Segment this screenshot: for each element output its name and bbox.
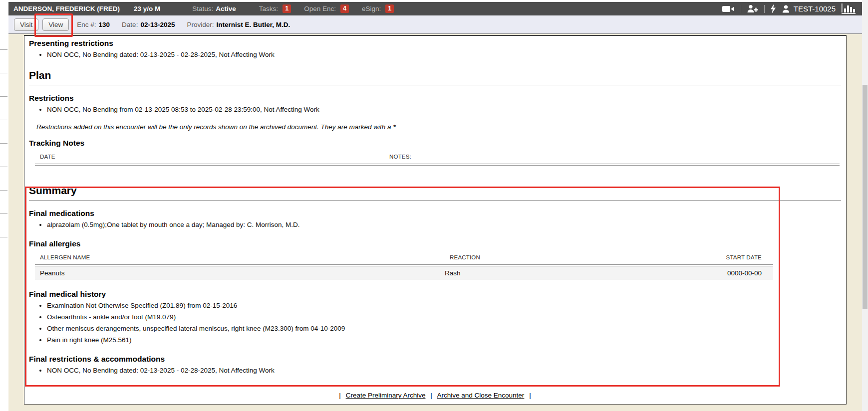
tasks-count-badge[interactable]: 1 <box>283 4 291 13</box>
document-workspace: Presenting restrictions NON OCC, No Bend… <box>8 34 863 411</box>
enc-number-value: 130 <box>99 21 110 28</box>
final-restrictions-list: NON OCC, No Bending dated: 02-13-2025 - … <box>29 365 841 376</box>
open-enc-count-badge[interactable]: 4 <box>340 4 349 13</box>
left-rail-divider <box>0 213 7 214</box>
separator: | <box>529 392 531 399</box>
column-header-allergen-name: ALLERGEN NAME <box>40 254 90 260</box>
reaction-cell: Rash <box>445 269 673 277</box>
esign-count-badge[interactable]: 1 <box>385 4 394 13</box>
left-rail-divider <box>0 49 7 50</box>
tasks-label: Tasks: <box>259 5 278 12</box>
left-rail-divider <box>0 167 7 167</box>
tracking-notes-table: DATE NOTES: <box>35 151 840 166</box>
patient-name: ANDERSON, FREDERICK (FRED) <box>13 5 120 12</box>
restrictions-note: Restrictions added on this encounter wil… <box>36 122 841 132</box>
date-value: 02-13-2025 <box>140 21 175 28</box>
column-header-reaction: REACTION <box>450 254 480 260</box>
add-user-icon[interactable] <box>747 4 759 13</box>
list-item: Other meniscus derangements, unspecified… <box>47 323 841 334</box>
list-item: Pain in right knee (M25.561) <box>47 334 841 346</box>
section-divider <box>29 85 841 85</box>
summary-heading: Summary <box>29 185 841 197</box>
left-rail-divider <box>0 237 7 237</box>
user-id[interactable]: TEST-10025 <box>794 4 836 13</box>
allergies-header-row: ALLERGEN NAME REACTION START DATE <box>35 251 773 264</box>
scrollbar-thumb[interactable] <box>863 85 868 309</box>
list-item: alprazolam (0.5mg);One tablet by mouth o… <box>47 219 841 230</box>
create-preliminary-archive-link[interactable]: Create Preliminary Archive <box>346 392 426 399</box>
esign-label: eSign: <box>362 5 381 12</box>
patient-age-sex: 23 y/o M <box>134 5 160 12</box>
final-restrictions-heading: Final restrictions & accommodations <box>29 355 841 364</box>
view-tab-button[interactable]: View <box>42 18 69 31</box>
column-header-date: DATE <box>40 154 55 160</box>
final-medications-list: alprazolam (0.5mg);One tablet by mouth o… <box>29 219 841 230</box>
status-label: Status: <box>192 5 213 12</box>
final-allergies-table: ALLERGEN NAME REACTION START DATE Peanut… <box>35 251 773 280</box>
provider-label: Provider: <box>187 21 214 28</box>
restrictions-heading: Restrictions <box>29 94 841 103</box>
enc-number-label: Enc #: <box>77 21 96 28</box>
toolbar-divider <box>764 5 765 13</box>
start-date-cell: 0000-00-00 <box>673 269 773 277</box>
final-allergies-heading: Final allergies <box>29 239 841 248</box>
separator: | <box>339 392 341 399</box>
left-rail-divider <box>0 190 7 191</box>
archive-and-close-encounter-link[interactable]: Archive and Close Encounter <box>437 392 525 399</box>
visit-tab-button[interactable]: Visit <box>14 18 38 31</box>
status-value: Active <box>216 5 236 12</box>
left-rail-divider <box>0 96 7 97</box>
list-item: Examination Not Otherwise Specified (Z01… <box>47 300 841 311</box>
vertical-scrollbar[interactable] <box>862 0 868 411</box>
video-camera-icon[interactable] <box>722 5 735 13</box>
final-medical-history-list: Examination Not Otherwise Specified (Z01… <box>29 300 841 346</box>
left-rail-divider <box>0 120 7 120</box>
separator: | <box>430 392 432 399</box>
left-rail-divider <box>0 73 7 73</box>
asterisk-marker: * <box>393 123 395 131</box>
list-item: NON OCC, No Bending dated: 02-13-2025 - … <box>47 365 841 376</box>
plan-heading: Plan <box>29 69 841 81</box>
ehr-screen: ANDERSON, FREDERICK (FRED) 23 y/o M Stat… <box>0 0 868 411</box>
allergy-table-row: Peanuts Rash 0000-00-00 <box>35 266 773 280</box>
patient-header-bar: ANDERSON, FREDERICK (FRED) 23 y/o M Stat… <box>8 2 863 15</box>
section-divider <box>29 200 841 201</box>
presenting-restrictions-heading: Presenting restrictions <box>29 39 841 48</box>
open-enc-label: Open Enc: <box>304 5 336 12</box>
list-item: Osteoarthritis - ankle and/or foot (M19.… <box>47 311 841 323</box>
provider-value: Internist E. Butler, M.D. <box>216 21 290 28</box>
date-label: Date: <box>122 21 138 28</box>
lightning-icon[interactable] <box>770 4 776 13</box>
encounter-bar: Visit View Enc #: 130 Date: 02-13-2025 P… <box>8 15 863 34</box>
left-rail-divider <box>0 143 7 144</box>
restrictions-list: NON OCC, No Bending from 02-13-2025 08:5… <box>29 104 841 115</box>
list-item: NON OCC, No Bending dated: 02-13-2025 - … <box>47 49 841 60</box>
archive-actions: | Create Preliminary Archive | Archive a… <box>29 389 841 404</box>
bar-chart-icon[interactable] <box>842 3 856 14</box>
user-icon[interactable] <box>782 5 790 13</box>
tracking-notes-header-row: DATE NOTES: <box>35 151 840 164</box>
toolbar-divider <box>741 5 741 13</box>
column-header-start-date: START DATE <box>726 254 762 260</box>
presenting-restrictions-list: NON OCC, No Bending dated: 02-13-2025 - … <box>29 49 841 60</box>
final-medical-history-heading: Final medical history <box>29 290 841 299</box>
tracking-notes-heading: Tracking Notes <box>29 139 841 148</box>
left-collapsed-rail <box>0 15 8 250</box>
list-item: NON OCC, No Bending from 02-13-2025 08:5… <box>47 104 841 115</box>
table-divider <box>35 164 840 166</box>
column-header-notes: NOTES: <box>389 154 411 160</box>
final-medications-heading: Final medications <box>29 209 841 218</box>
allergen-name-cell: Peanuts <box>35 269 445 277</box>
encounter-document: Presenting restrictions NON OCC, No Bend… <box>24 35 847 405</box>
